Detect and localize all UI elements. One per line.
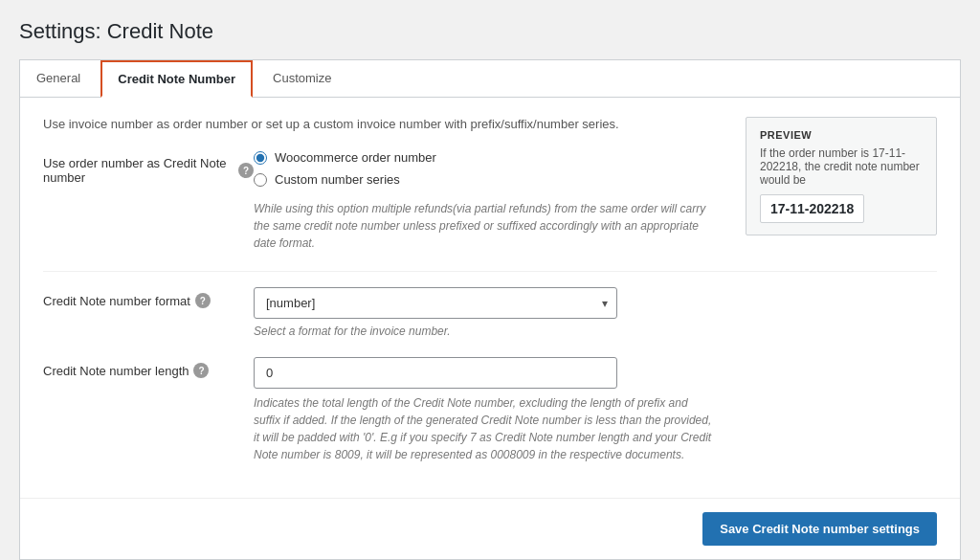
custom-series-note: While using this option multiple refunds… <box>254 200 713 252</box>
length-input[interactable] <box>254 357 617 389</box>
order-number-help-icon[interactable]: ? <box>238 163 254 178</box>
length-help-icon[interactable]: ? <box>193 363 209 378</box>
radio-custom-label: Custom number series <box>275 172 400 187</box>
preview-description: If the order number is 17-11-202218, the… <box>760 146 923 187</box>
tab-content: Use invoice number as order number or se… <box>20 98 960 559</box>
format-select[interactable]: [number] [prefix][number] [prefix][numbe… <box>254 287 617 319</box>
length-row: Credit Note number length ? Indicates th… <box>43 357 937 463</box>
radio-custom[interactable] <box>254 173 267 187</box>
order-number-label: Use order number as Credit Note number ? <box>43 150 254 185</box>
length-hint: Indicates the total length of the Credit… <box>254 394 713 463</box>
preview-title: PREVIEW <box>760 129 923 141</box>
save-button[interactable]: Save Credit Note number settings <box>702 512 937 546</box>
format-select-wrapper: [number] [prefix][number] [prefix][numbe… <box>254 287 617 319</box>
format-help-icon[interactable]: ? <box>195 293 211 308</box>
tab-general[interactable]: General <box>20 60 97 98</box>
length-label: Credit Note number length ? <box>43 357 254 378</box>
format-row: Credit Note number format ? [number] [pr… <box>43 287 937 338</box>
radio-woocommerce-label: Woocommerce order number <box>275 150 436 165</box>
radio-woocommerce[interactable] <box>254 151 267 165</box>
page-title: Settings: Credit Note <box>19 19 961 44</box>
footer-bar: Save Credit Note number settings <box>20 498 960 559</box>
tab-customize[interactable]: Customize <box>256 60 347 98</box>
tab-credit-note-number[interactable]: Credit Note Number <box>100 60 253 98</box>
tab-bar: General Credit Note Number Customize <box>20 60 960 98</box>
format-controls: [number] [prefix][number] [prefix][numbe… <box>254 287 937 338</box>
length-controls: Indicates the total length of the Credit… <box>254 357 937 463</box>
format-label: Credit Note number format ? <box>43 287 254 308</box>
format-hint: Select a format for the invoice number. <box>254 325 937 338</box>
settings-card: General Credit Note Number Customize Use… <box>19 59 961 560</box>
preview-value: 17-11-202218 <box>760 194 864 223</box>
preview-box: PREVIEW If the order number is 17-11-202… <box>746 117 937 235</box>
